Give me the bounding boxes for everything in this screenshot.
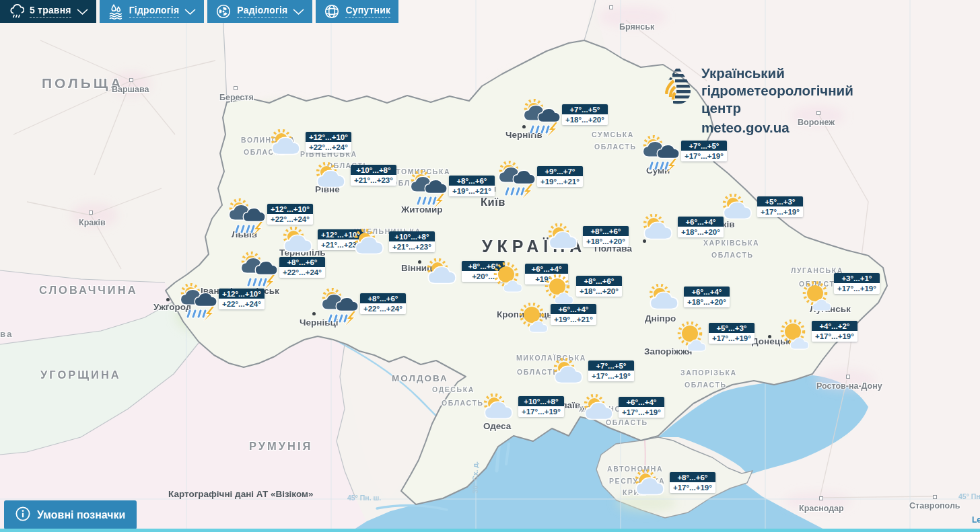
badge-night-temps: +6°...+4° (619, 397, 664, 407)
weather-badge[interactable]: +4°...+2°+17°...+19° (812, 321, 858, 342)
weather-badge[interactable]: +5°...+3°+17°...+19° (709, 323, 755, 344)
weather-badge[interactable]: +8°...+6°+22°...+24° (360, 293, 406, 314)
badge-night-temps: +8°...+6° (279, 257, 325, 267)
badge-temps: +8°...+6°+22°...+24° (279, 257, 325, 278)
info-icon (15, 506, 30, 524)
weather-badge[interactable]: +8°...+6°+20°... (462, 261, 505, 282)
badge-temps: +12°...+10°+22°...+24° (267, 204, 313, 225)
badge-temps: +6°...+4°+19°... (525, 264, 568, 284)
badge-night-temps: +10°...+8° (518, 396, 564, 406)
tab-label: Радіологія (237, 5, 287, 18)
weather-badge[interactable]: +8°...+6°+18°...+20° (576, 276, 622, 297)
legend-button[interactable]: Умовні позначки (4, 500, 137, 529)
bottom-accent-bar (0, 529, 980, 532)
badge-day-temps: +18°...+20° (678, 227, 724, 237)
weather-badge[interactable]: +8°...+6°+22°...+24° (279, 257, 325, 278)
weather-badge[interactable]: +8°...+6°+18°...+20° (583, 226, 629, 247)
radiation-icon (215, 3, 232, 20)
badge-day-temps: +22°...+24° (219, 299, 265, 309)
weather-badge[interactable]: +9°...+7°+19°...+21° (537, 166, 583, 187)
badge-temps: +8°...+6°+20°... (462, 261, 505, 282)
forecast-cloud-icon (8, 3, 24, 20)
badge-day-temps: +18°...+20° (583, 236, 629, 247)
badge-temps: +8°...+6°+18°...+20° (576, 276, 622, 297)
weather-badge[interactable]: +7°...+5°+17°...+19° (588, 360, 634, 381)
badge-night-temps: +8°...+6° (360, 293, 406, 303)
badge-night-temps: +7°...+5° (588, 360, 634, 371)
badge-night-temps: +8°...+6° (670, 472, 715, 482)
badge-day-temps: +19°...+21° (551, 314, 596, 325)
logo-line-3: центр (701, 100, 853, 117)
weather-badge[interactable]: +12°...+10°+21°...+23° (318, 229, 363, 250)
weather-badge[interactable]: +10°...+8°+21°...+23° (351, 165, 396, 186)
weather-badge[interactable]: +7°...+5°+17°...+19° (681, 141, 727, 161)
badge-day-temps: +22°...+24° (360, 303, 406, 314)
leaflet-attribution-fragment[interactable]: Le (972, 515, 980, 525)
weather-icon-partly-cloudy (645, 281, 687, 323)
chevron-down-icon (77, 9, 88, 15)
weather-badge[interactable]: +8°...+6°+17°...+19° (670, 472, 715, 493)
badge-night-temps: +12°...+10° (219, 289, 265, 299)
badge-day-temps: +19°...+21° (449, 186, 495, 196)
badge-temps: +8°...+6°+17°...+19° (670, 472, 715, 493)
badge-night-temps: +5°...+3° (757, 196, 803, 206)
weather-icon-mostly-sunny (773, 315, 814, 357)
badge-day-temps: +18°...+20° (576, 286, 622, 297)
weather-badge[interactable]: +10°...+8°+17°...+19° (518, 396, 564, 417)
badge-temps: +8°...+6°+19°...+21° (449, 176, 495, 196)
weather-badge[interactable]: +10°...+8°+21°...+23° (389, 231, 435, 252)
weather-badge[interactable]: +3°...+1°+17°...+19° (834, 273, 880, 294)
logo-line-2: гідрометеорологічний (701, 82, 853, 100)
uhmc-logo[interactable]: Український гідрометеорологічний центр m… (664, 65, 853, 137)
badge-day-temps: +17°...+19° (619, 407, 664, 418)
badge-temps: +6°...+4°+18°...+20° (678, 217, 724, 237)
weather-icon-storm (642, 135, 684, 177)
weather-map-app: 45° Пн. ш.45° Пн. ш30° Сх. д. ПОЛЬЩАСЛОВ… (0, 0, 980, 532)
tab-date-selector[interactable]: 5 травня (0, 0, 96, 23)
badge-night-temps: +12°...+10° (306, 132, 351, 142)
weather-badge[interactable]: +12°...+10°+22°...+24° (306, 132, 351, 153)
weather-badge[interactable]: +7°...+5°+18°...+20° (562, 104, 608, 125)
badge-day-temps: +17°...+19° (709, 333, 755, 344)
badge-night-temps: +7°...+5° (681, 141, 727, 151)
weather-badge[interactable]: +6°...+4°+18°...+20° (684, 287, 730, 307)
weather-badge[interactable]: +12°...+10°+22°...+24° (219, 289, 265, 309)
weather-badge[interactable]: +5°...+3°+17°...+19° (757, 196, 803, 217)
badge-temps: +5°...+3°+17°...+19° (757, 196, 803, 217)
weather-badge[interactable]: +6°...+4°+19°... (525, 264, 568, 284)
badge-night-temps: +8°...+6° (449, 176, 495, 186)
hydrology-drops-icon (108, 3, 124, 20)
badge-day-temps: +17°...+19° (757, 206, 803, 217)
badge-day-temps: +21°...+23° (389, 241, 435, 252)
weather-badge[interactable]: +12°...+10°+22°...+24° (267, 204, 313, 225)
satellite-globe-icon (324, 3, 340, 20)
badge-day-temps: +17°...+19° (681, 151, 727, 161)
badge-night-temps: +9°...+7° (537, 166, 583, 176)
weather-icon-mostly-sunny (512, 299, 553, 340)
weather-icon-partly-cloudy (479, 391, 521, 432)
logo-line-1: Український (701, 65, 853, 82)
weather-icon-partly-cloudy (580, 391, 621, 433)
badge-night-temps: +6°...+4° (678, 217, 724, 227)
badge-night-temps: +5°...+3° (709, 323, 755, 333)
weather-icon-storm (523, 99, 565, 141)
tab-satellite[interactable]: Супутник (316, 0, 398, 23)
weather-badge[interactable]: +8°...+6°+19°...+21° (449, 176, 495, 196)
badge-temps: +7°...+5°+17°...+19° (681, 141, 727, 161)
weather-badge[interactable]: +6°...+4°+18°...+20° (678, 217, 724, 237)
badge-temps: +3°...+1°+17°...+19° (834, 273, 880, 294)
badge-temps: +5°...+3°+17°...+19° (709, 323, 755, 344)
badge-day-temps: +17°...+19° (812, 331, 858, 342)
tab-hydrology[interactable]: Гідрологія (100, 0, 205, 23)
weather-badge[interactable]: +6°...+4°+17°...+19° (619, 397, 664, 418)
weather-badge[interactable]: +6°...+4°+19°...+21° (551, 304, 596, 325)
badge-night-temps: +4°...+2° (812, 321, 858, 331)
badge-day-temps: +18°...+20° (684, 297, 730, 307)
map-attribution: Картографічні дані АТ «Візіком» (168, 489, 314, 499)
badge-night-temps: +6°...+4° (525, 264, 568, 274)
badge-day-temps: +22°...+24° (306, 142, 351, 153)
badge-temps: +4°...+2°+17°...+19° (812, 321, 858, 342)
weather-icon-partly-cloudy (718, 191, 760, 233)
tab-radiology[interactable]: Радіологія (207, 0, 312, 23)
badge-night-temps: +10°...+8° (389, 231, 435, 241)
